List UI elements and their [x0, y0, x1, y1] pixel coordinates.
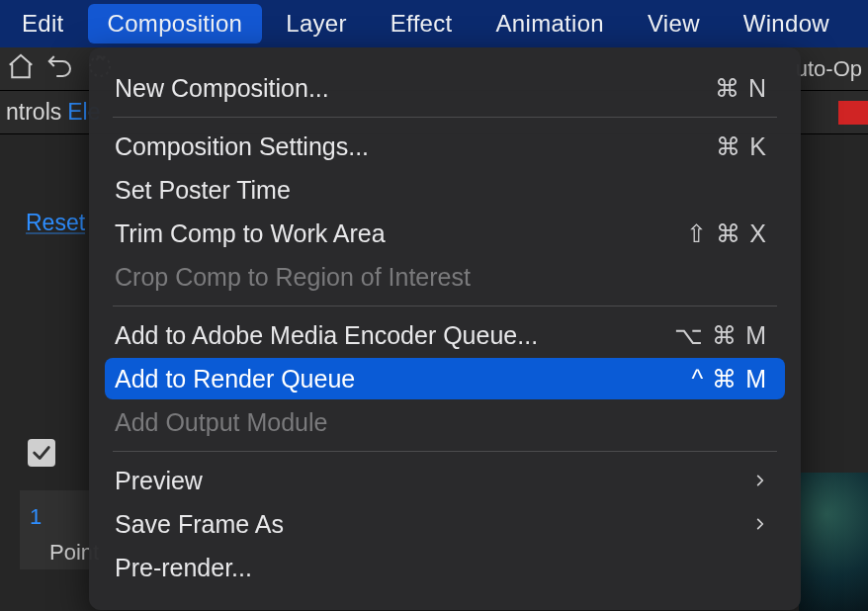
menubar-item-composition[interactable]: Composition	[88, 4, 263, 44]
record-indicator-icon	[838, 101, 868, 125]
menu-item-label: New Composition...	[115, 74, 329, 103]
menu-composition-settings[interactable]: Composition Settings... ⌘ K	[105, 126, 785, 167]
menu-add-to-ame-queue[interactable]: Add to Adobe Media Encoder Queue... ⌥ ⌘ …	[105, 314, 785, 356]
menu-item-shortcut: ⌘ K	[716, 132, 767, 161]
property-checkbox[interactable]	[28, 439, 55, 467]
menubar-item-edit[interactable]: Edit	[2, 4, 84, 44]
menu-item-shortcut: ⇧ ⌘ X	[686, 219, 767, 248]
viewer-background	[799, 473, 868, 611]
chevron-right-icon	[753, 517, 767, 531]
menubar-item-window[interactable]: Window	[724, 4, 849, 44]
menubar-item-animation[interactable]: Animation	[477, 4, 624, 44]
row-number[interactable]: 1	[30, 504, 42, 530]
menu-separator	[113, 117, 777, 118]
menu-separator	[113, 306, 777, 306]
menu-item-label: Trim Comp to Work Area	[115, 219, 386, 248]
panel-tab-prefix: ntrols	[0, 99, 67, 126]
menu-item-shortcut: ⌥ ⌘ M	[674, 321, 767, 350]
menu-add-to-render-queue[interactable]: Add to Render Queue ^ ⌘ M	[105, 358, 785, 399]
menu-item-label: Add to Adobe Media Encoder Queue...	[115, 321, 538, 350]
menu-item-label: Crop Comp to Region of Interest	[115, 263, 471, 292]
home-icon[interactable]	[6, 51, 36, 87]
toolbar-right-label: uto-Op	[796, 56, 862, 82]
menu-save-frame-as[interactable]: Save Frame As	[105, 503, 785, 545]
menu-item-label: Set Poster Time	[115, 176, 291, 205]
menu-trim-comp[interactable]: Trim Comp to Work Area ⇧ ⌘ X	[105, 213, 785, 254]
menu-pre-render[interactable]: Pre-render...	[105, 547, 785, 588]
menu-crop-comp: Crop Comp to Region of Interest	[105, 256, 785, 298]
undo-icon[interactable]	[45, 51, 75, 87]
menu-item-label: Add to Render Queue	[115, 365, 355, 393]
reset-link[interactable]: Reset	[26, 210, 85, 236]
menubar-item-layer[interactable]: Layer	[266, 4, 367, 44]
menubar-item-effect[interactable]: Effect	[371, 4, 473, 44]
menubar: Edit Composition Layer Effect Animation …	[0, 0, 868, 47]
menu-item-label: Composition Settings...	[115, 132, 369, 161]
menu-preview[interactable]: Preview	[105, 460, 785, 501]
menu-item-shortcut: ^ ⌘ M	[692, 365, 767, 393]
chevron-right-icon	[753, 474, 767, 487]
menu-item-label: Save Frame As	[115, 510, 284, 539]
menu-separator	[113, 451, 777, 452]
menu-item-label: Pre-render...	[115, 554, 252, 582]
menu-item-label: Preview	[115, 467, 203, 495]
menu-new-composition[interactable]: New Composition... ⌘ N	[105, 67, 785, 109]
menubar-item-view[interactable]: View	[628, 4, 720, 44]
menu-add-output-module: Add Output Module	[105, 401, 785, 443]
menu-item-label: Add Output Module	[115, 408, 327, 437]
composition-dropdown: New Composition... ⌘ N Composition Setti…	[89, 47, 801, 610]
menu-item-shortcut: ⌘ N	[715, 74, 767, 103]
menu-set-poster-time[interactable]: Set Poster Time	[105, 169, 785, 211]
